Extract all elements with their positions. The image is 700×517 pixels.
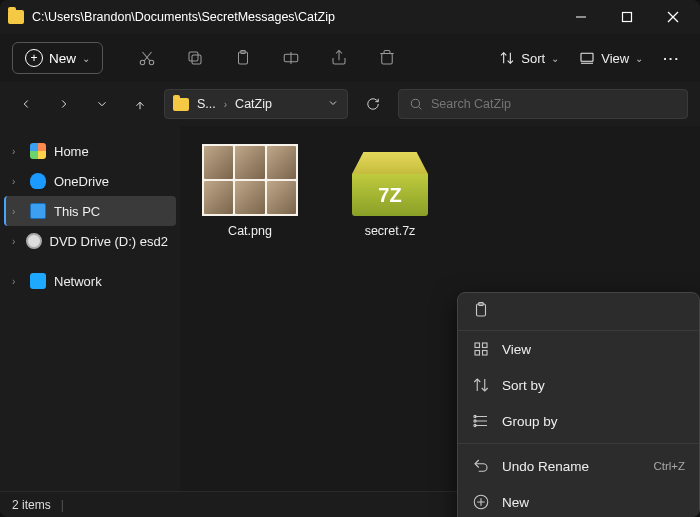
group-icon — [472, 412, 490, 430]
ctx-sort-by[interactable]: Sort by — [458, 367, 699, 403]
ctx-label: Sort by — [502, 378, 545, 393]
archive-badge: 7Z — [352, 174, 428, 216]
cut-button[interactable] — [125, 41, 169, 75]
sidebar-item-onedrive[interactable]: › OneDrive — [4, 166, 176, 196]
more-button[interactable]: ··· — [655, 47, 688, 70]
minimize-button[interactable] — [558, 2, 604, 32]
svg-line-6 — [144, 52, 152, 61]
ctx-label: Undo Rename — [502, 459, 589, 474]
svg-rect-1 — [623, 13, 632, 22]
svg-line-7 — [143, 52, 151, 61]
share-button[interactable] — [317, 41, 361, 75]
file-name: Cat.png — [228, 224, 272, 238]
window-path: C:\Users\Brandon\Documents\SecretMessage… — [32, 10, 558, 24]
ctx-undo-rename[interactable]: Undo Rename Ctrl+Z — [458, 448, 699, 484]
expand-icon[interactable]: › — [12, 176, 22, 187]
svg-rect-8 — [192, 55, 201, 64]
breadcrumb-parent[interactable]: S... — [197, 97, 216, 111]
svg-rect-25 — [475, 343, 480, 348]
plus-icon: + — [25, 49, 43, 67]
refresh-button[interactable] — [358, 97, 388, 111]
svg-rect-18 — [581, 53, 593, 61]
back-button[interactable] — [12, 97, 40, 111]
new-label: New — [49, 51, 76, 66]
search-icon — [409, 97, 423, 111]
address-bar[interactable]: S... › CatZip — [164, 89, 348, 119]
breadcrumb-current[interactable]: CatZip — [235, 97, 272, 111]
chevron-down-icon: ⌄ — [82, 53, 90, 64]
copy-button[interactable] — [173, 41, 217, 75]
sidebar-item-dvd[interactable]: › DVD Drive (D:) esd2 — [4, 226, 176, 256]
sort-button[interactable]: Sort ⌄ — [491, 46, 567, 70]
svg-rect-9 — [189, 52, 198, 61]
up-button[interactable] — [126, 97, 154, 111]
expand-icon[interactable]: › — [12, 206, 22, 217]
svg-rect-15 — [382, 54, 393, 65]
new-button[interactable]: + New ⌄ — [12, 42, 103, 74]
view-button[interactable]: View ⌄ — [571, 46, 651, 70]
sort-label: Sort — [521, 51, 545, 66]
titlebar: C:\Users\Brandon\Documents\SecretMessage… — [0, 0, 700, 34]
file-item[interactable]: Cat.png — [200, 144, 300, 238]
sidebar-item-label: OneDrive — [54, 174, 109, 189]
context-menu: View Sort by Group by Undo Rename Ctrl+Z… — [457, 292, 700, 517]
view-icon — [472, 340, 490, 358]
paste-button[interactable] — [472, 301, 490, 322]
ctx-label: View — [502, 342, 531, 357]
sort-icon — [472, 376, 490, 394]
ctx-label: New — [502, 495, 529, 510]
nav-bar: S... › CatZip — [0, 82, 700, 126]
new-icon — [472, 493, 490, 511]
maximize-button[interactable] — [604, 2, 650, 32]
folder-icon — [8, 10, 24, 24]
folder-icon — [173, 98, 189, 111]
paste-button[interactable] — [221, 41, 265, 75]
command-bar: + New ⌄ Sort ⌄ View ⌄ ··· — [0, 34, 700, 82]
svg-rect-28 — [483, 351, 488, 356]
sidebar-item-network[interactable]: › Network — [4, 266, 176, 296]
archive-thumbnail: 7Z — [342, 144, 438, 216]
ctx-label: Group by — [502, 414, 558, 429]
chevron-down-icon: ⌄ — [635, 53, 643, 64]
search-box[interactable] — [398, 89, 688, 119]
sidebar: › Home › OneDrive › This PC › DVD Drive … — [0, 126, 180, 491]
svg-rect-26 — [483, 343, 488, 348]
chevron-right-icon: › — [224, 99, 227, 110]
ctx-new[interactable]: New — [458, 484, 699, 517]
recent-dropdown[interactable] — [88, 97, 116, 111]
explorer-window: C:\Users\Brandon\Documents\SecretMessage… — [0, 0, 700, 517]
context-menu-quick-actions — [458, 293, 699, 331]
status-count: 2 items — [12, 498, 51, 512]
svg-rect-27 — [475, 351, 480, 356]
expand-icon[interactable]: › — [12, 236, 18, 247]
close-button[interactable] — [650, 2, 696, 32]
forward-button[interactable] — [50, 97, 78, 111]
sidebar-item-this-pc[interactable]: › This PC — [4, 196, 176, 226]
sidebar-item-label: Network — [54, 274, 102, 289]
file-name: secret.7z — [365, 224, 416, 238]
image-thumbnail — [202, 144, 298, 216]
status-divider: | — [61, 498, 64, 512]
rename-button[interactable] — [269, 41, 313, 75]
delete-button[interactable] — [365, 41, 409, 75]
pc-icon — [30, 203, 46, 219]
expand-icon[interactable]: › — [12, 276, 22, 287]
chevron-down-icon: ⌄ — [551, 53, 559, 64]
search-input[interactable] — [431, 97, 677, 111]
ctx-view[interactable]: View — [458, 331, 699, 367]
expand-icon[interactable]: › — [12, 146, 22, 157]
file-item[interactable]: 7Z secret.7z — [340, 144, 440, 238]
view-label: View — [601, 51, 629, 66]
sidebar-item-home[interactable]: › Home — [4, 136, 176, 166]
network-icon — [30, 273, 46, 289]
ctx-group-by[interactable]: Group by — [458, 403, 699, 439]
sidebar-item-label: DVD Drive (D:) esd2 — [50, 234, 168, 249]
svg-line-22 — [419, 107, 422, 110]
undo-icon — [472, 457, 490, 475]
dvd-icon — [26, 233, 42, 249]
onedrive-icon — [30, 173, 46, 189]
sidebar-item-label: This PC — [54, 204, 100, 219]
svg-point-21 — [411, 99, 419, 107]
address-dropdown[interactable] — [327, 97, 339, 112]
shortcut-label: Ctrl+Z — [653, 460, 685, 472]
